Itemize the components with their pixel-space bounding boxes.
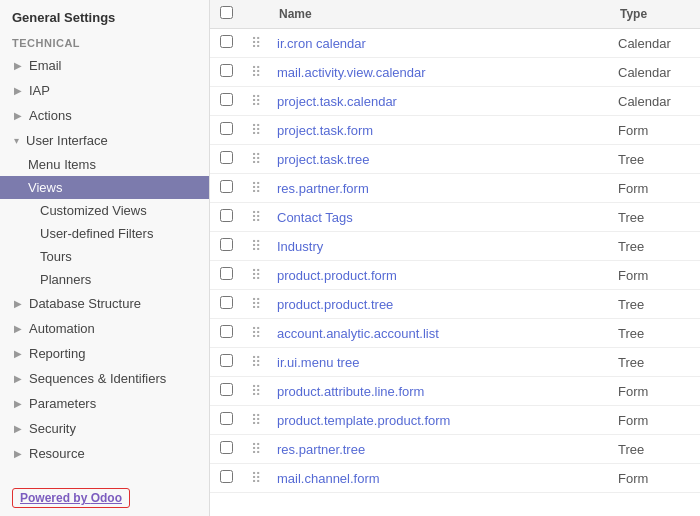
row-checkbox[interactable] — [220, 209, 233, 222]
row-name[interactable]: product.product.tree — [269, 290, 610, 319]
drag-handle[interactable]: ⠿ — [243, 203, 269, 232]
table-row: ⠿ir.ui.menu treeTree — [210, 348, 700, 377]
sidebar-item-database-structure[interactable]: ▶ Database Structure — [0, 291, 209, 316]
row-type: Calendar — [610, 87, 700, 116]
row-checkbox[interactable] — [220, 64, 233, 77]
row-checkbox-cell — [210, 145, 243, 174]
chevron-down-icon: ▾ — [14, 135, 19, 146]
drag-handle[interactable]: ⠿ — [243, 319, 269, 348]
sidebar-user-defined-filters-label: User-defined Filters — [40, 226, 153, 241]
sidebar-item-automation[interactable]: ▶ Automation — [0, 316, 209, 341]
drag-handle[interactable]: ⠿ — [243, 406, 269, 435]
row-checkbox[interactable] — [220, 325, 233, 338]
sidebar-item-parameters[interactable]: ▶ Parameters — [0, 391, 209, 416]
row-checkbox[interactable] — [220, 412, 233, 425]
sidebar-reporting-label: Reporting — [29, 346, 85, 361]
drag-handle[interactable]: ⠿ — [243, 261, 269, 290]
sidebar-item-iap[interactable]: ▶ IAP — [0, 78, 209, 103]
drag-handle[interactable]: ⠿ — [243, 348, 269, 377]
sidebar-item-views[interactable]: Views — [0, 176, 209, 199]
drag-handle[interactable]: ⠿ — [243, 145, 269, 174]
row-checkbox[interactable] — [220, 35, 233, 48]
sidebar-automation-label: Automation — [29, 321, 95, 336]
select-all-checkbox[interactable] — [220, 6, 233, 19]
table-row: ⠿mail.activity.view.calendarCalendar — [210, 58, 700, 87]
chevron-right-icon: ▶ — [14, 298, 22, 309]
row-name[interactable]: project.task.calendar — [269, 87, 610, 116]
drag-handle[interactable]: ⠿ — [243, 290, 269, 319]
row-name[interactable]: ir.cron calendar — [269, 29, 610, 58]
drag-handle[interactable]: ⠿ — [243, 116, 269, 145]
row-checkbox[interactable] — [220, 383, 233, 396]
row-name[interactable]: product.attribute.line.form — [269, 377, 610, 406]
sidebar-item-user-interface[interactable]: ▾ User Interface — [0, 128, 209, 153]
sidebar-item-tours[interactable]: Tours — [0, 245, 209, 268]
chevron-right-icon: ▶ — [14, 448, 22, 459]
row-name[interactable]: res.partner.form — [269, 174, 610, 203]
sidebar-security-label: Security — [29, 421, 76, 436]
row-type: Tree — [610, 348, 700, 377]
table-row: ⠿mail.channel.formForm — [210, 464, 700, 493]
col-checkbox — [210, 0, 243, 29]
table-row: ⠿product.product.treeTree — [210, 290, 700, 319]
row-checkbox[interactable] — [220, 238, 233, 251]
row-type: Tree — [610, 203, 700, 232]
row-name[interactable]: res.partner.tree — [269, 435, 610, 464]
sidebar-user-interface-label: User Interface — [26, 133, 108, 148]
chevron-right-icon: ▶ — [14, 85, 22, 96]
sidebar-item-resource[interactable]: ▶ Resource — [0, 441, 209, 466]
sidebar-item-email[interactable]: ▶ Email — [0, 53, 209, 78]
chevron-right-icon: ▶ — [14, 60, 22, 71]
row-checkbox[interactable] — [220, 267, 233, 280]
row-checkbox[interactable] — [220, 93, 233, 106]
row-name[interactable]: mail.channel.form — [269, 464, 610, 493]
row-name[interactable]: Industry — [269, 232, 610, 261]
sidebar-item-user-defined-filters[interactable]: User-defined Filters — [0, 222, 209, 245]
drag-handle[interactable]: ⠿ — [243, 435, 269, 464]
row-name[interactable]: project.task.tree — [269, 145, 610, 174]
row-name[interactable]: product.product.form — [269, 261, 610, 290]
row-name[interactable]: mail.activity.view.calendar — [269, 58, 610, 87]
row-type: Tree — [610, 435, 700, 464]
row-checkbox-cell — [210, 406, 243, 435]
row-name[interactable]: ir.ui.menu tree — [269, 348, 610, 377]
sidebar-item-planners[interactable]: Planners — [0, 268, 209, 291]
drag-handle[interactable]: ⠿ — [243, 58, 269, 87]
sidebar-item-customized-views[interactable]: Customized Views — [0, 199, 209, 222]
row-type: Form — [610, 174, 700, 203]
row-name[interactable]: Contact Tags — [269, 203, 610, 232]
row-name[interactable]: product.template.product.form — [269, 406, 610, 435]
drag-handle[interactable]: ⠿ — [243, 87, 269, 116]
drag-handle[interactable]: ⠿ — [243, 174, 269, 203]
row-checkbox-cell — [210, 203, 243, 232]
drag-handle[interactable]: ⠿ — [243, 29, 269, 58]
sidebar-header: General Settings — [0, 0, 209, 27]
row-checkbox-cell — [210, 116, 243, 145]
sidebar-item-menu-items[interactable]: Menu Items — [0, 153, 209, 176]
row-checkbox[interactable] — [220, 441, 233, 454]
row-type: Form — [610, 116, 700, 145]
row-type: Tree — [610, 232, 700, 261]
drag-handle[interactable]: ⠿ — [243, 232, 269, 261]
sidebar-item-actions[interactable]: ▶ Actions — [0, 103, 209, 128]
table-header-row: Name Type — [210, 0, 700, 29]
chevron-right-icon: ▶ — [14, 373, 22, 384]
row-name[interactable]: account.analytic.account.list — [269, 319, 610, 348]
row-checkbox[interactable] — [220, 151, 233, 164]
sidebar-item-sequences-identifiers[interactable]: ▶ Sequences & Identifiers — [0, 366, 209, 391]
drag-handle[interactable]: ⠿ — [243, 377, 269, 406]
row-checkbox-cell — [210, 435, 243, 464]
row-checkbox[interactable] — [220, 122, 233, 135]
row-name[interactable]: project.task.form — [269, 116, 610, 145]
sidebar-item-security[interactable]: ▶ Security — [0, 416, 209, 441]
row-checkbox[interactable] — [220, 354, 233, 367]
row-checkbox[interactable] — [220, 470, 233, 483]
sidebar-iap-label: IAP — [29, 83, 50, 98]
sidebar-item-reporting[interactable]: ▶ Reporting — [0, 341, 209, 366]
row-checkbox[interactable] — [220, 180, 233, 193]
row-type: Form — [610, 406, 700, 435]
drag-handle[interactable]: ⠿ — [243, 464, 269, 493]
row-checkbox[interactable] — [220, 296, 233, 309]
powered-by-odoo[interactable]: Powered by Odoo — [12, 488, 130, 508]
sidebar-tours-label: Tours — [40, 249, 72, 264]
